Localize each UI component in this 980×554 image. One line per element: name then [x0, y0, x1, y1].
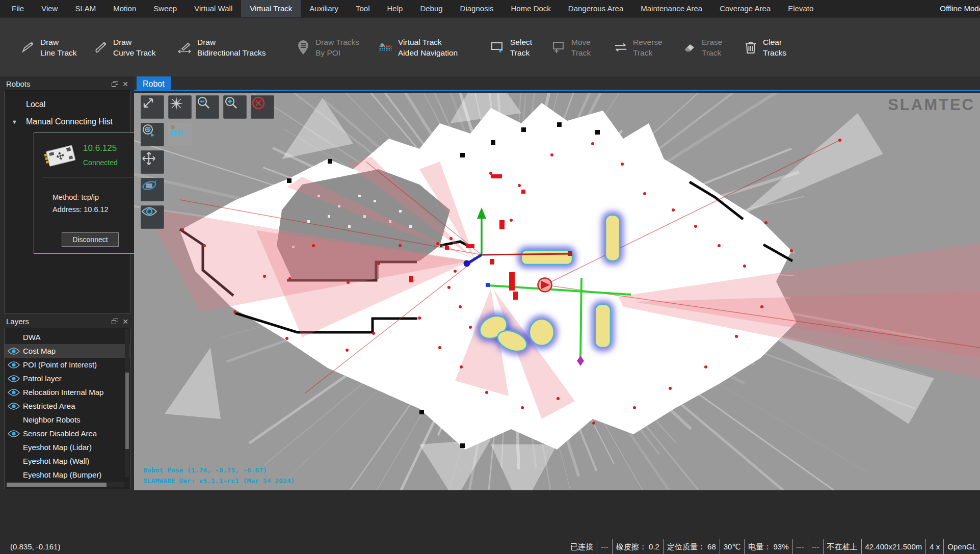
clear-tracks-button[interactable]: ClearTracks	[743, 18, 786, 77]
menu-item-virtual-wall[interactable]: Virtual Wall	[186, 0, 241, 17]
layer-row-eyeshot-map-wall-[interactable]: Eyeshot Map (Wall)	[5, 454, 130, 468]
cancel-button[interactable]	[251, 95, 274, 119]
select-rect-icon	[490, 39, 506, 56]
rotate-view-button[interactable]	[141, 178, 164, 201]
layer-label: Eyeshot Map (Lidar)	[23, 443, 92, 452]
status-segment: 电量： 93%	[744, 539, 792, 554]
status-segment: 橡皮擦： 0.2	[612, 539, 663, 554]
trash-icon	[743, 39, 758, 56]
robot-marker	[538, 278, 552, 292]
layer-row-poi-point-of-interest-[interactable]: POI (Point of Interest)	[5, 358, 130, 372]
layer-row-cost-map[interactable]: Cost Map	[5, 344, 130, 358]
visibility-button[interactable]	[141, 205, 164, 229]
robots-panel: Local ▼ Manual Connecting Hist 10.6.125 …	[4, 91, 130, 313]
erase-track-button: EraseTrack	[682, 18, 723, 77]
layers-list: DWACost MapPOI (Point of Interest)Patrol…	[5, 330, 130, 482]
layer-row-eyeshot-map-bumper-[interactable]: Eyeshot Map (Bumper)	[5, 468, 130, 482]
slam-map-drawing	[134, 93, 980, 490]
layer-label: Cost Map	[23, 347, 56, 355]
select-track-button[interactable]: SelectTrack	[490, 18, 532, 77]
menu-item-tool[interactable]: Tool	[347, 0, 379, 17]
status-bar: (0.835, -0.161) 已连接---橡皮擦： 0.2定位质量： 6830…	[0, 539, 980, 554]
status-segment: 不在桩上	[823, 539, 861, 554]
move-rect-icon	[551, 39, 567, 56]
menu-item-elevato[interactable]: Elevato	[779, 0, 822, 17]
disconnect-button[interactable]: Disconnect	[62, 232, 119, 247]
layer-label: Restricted Area	[23, 402, 75, 410]
layer-label: Neighbor Robots	[23, 415, 81, 424]
layer-row-sensor-disabled-area[interactable]: Sensor Disabled Area	[5, 427, 130, 440]
eye-visibility-icon[interactable]	[8, 361, 20, 369]
float-panel-icon[interactable]	[112, 77, 118, 91]
draw-curve-track-button[interactable]: DrawCurve Track	[93, 18, 156, 77]
menu-item-view[interactable]: View	[33, 0, 66, 17]
menu-item-coverage-area[interactable]: Coverage Area	[711, 0, 779, 17]
eye-visibility-icon[interactable]	[8, 347, 20, 355]
close-panel-icon[interactable]: ✕	[122, 77, 128, 91]
oa-navigation-icon: OA	[378, 39, 393, 56]
eye-visibility-icon[interactable]	[8, 388, 20, 397]
layer-label: Relocation Internal Map	[23, 388, 103, 397]
offline-mode-label: Offline Mode	[940, 0, 980, 17]
layer-label: POI (Point of Interest)	[23, 360, 97, 369]
layers-vertical-scrollbar[interactable]	[125, 329, 129, 477]
pan-button[interactable]	[141, 150, 164, 174]
map-canvas[interactable]: SLAMTEC Robot Pose (1.74, -0.75, -6.67) …	[134, 93, 980, 490]
robot-device-icon	[40, 140, 80, 171]
menu-item-auxiliary[interactable]: Auxiliary	[301, 0, 347, 17]
layer-row-restricted-area[interactable]: Restricted Area	[5, 399, 130, 413]
layer-row-neighbor-robots[interactable]: Neighbor Robots	[5, 413, 130, 427]
robot-ip: 10.6.125	[83, 143, 117, 153]
zoom-in-button[interactable]	[223, 95, 247, 119]
eye-visibility-icon[interactable]	[8, 402, 20, 410]
layer-row-eyeshot-map-lidar-[interactable]: Eyeshot Map (Lidar)	[5, 440, 130, 454]
menu-item-slam[interactable]: SLAM	[66, 0, 104, 17]
layers-horizontal-scrollbar[interactable]	[6, 482, 124, 487]
tab-robot[interactable]: Robot	[137, 76, 171, 91]
menu-item-motion[interactable]: Motion	[104, 0, 145, 17]
tree-item-manual-connecting[interactable]: ▼ Manual Connecting Hist	[5, 113, 130, 130]
tree-expand-arrow-icon[interactable]: ▼	[12, 113, 17, 130]
svg-text:OA: OA	[384, 43, 391, 49]
poi-pin-icon	[296, 39, 311, 56]
eye-visibility-icon[interactable]	[8, 430, 20, 438]
draw-line-track-button[interactable]: DrawLine Track	[20, 18, 77, 77]
layer-row-dwa[interactable]: DWA	[5, 330, 130, 344]
map-status-overlay: Robot Pose (1.74, -0.75, -6.67) SLAMWARE…	[143, 465, 295, 486]
status-segment: OpenGL	[943, 539, 980, 554]
track-endpoint	[486, 283, 490, 287]
pencil-curve-icon	[93, 39, 109, 56]
menu-item-help[interactable]: Help	[379, 0, 412, 17]
layer-row-patrol-layer[interactable]: Patrol layer	[5, 372, 130, 385]
menu-item-sweep[interactable]: Sweep	[145, 0, 186, 17]
menu-item-virtual-track[interactable]: Virtual Track	[241, 0, 301, 17]
status-segment: ---	[808, 539, 823, 554]
card-divider	[42, 177, 133, 177]
menu-item-file[interactable]: File	[3, 0, 33, 17]
compass-star-button[interactable]	[168, 95, 192, 119]
reverse-track-button: ReverseTrack	[613, 18, 663, 77]
tree-item-local[interactable]: Local	[5, 96, 130, 113]
pencil-bidirectional-icon	[177, 39, 193, 56]
locate-robot-button[interactable]	[141, 123, 164, 146]
slamware-version-text: SLAMWARE Ver: v5.1.1-rc1 (Mar 14 2024)	[143, 476, 295, 486]
virtual-track-aided-navigation-button[interactable]: OA Virtual TrackAided Navigation	[378, 18, 458, 77]
menu-item-dangerous-area[interactable]: Dangerous Area	[560, 0, 632, 17]
connection-method: Method: tcp/ip	[52, 193, 99, 201]
draw-bidirectional-tracks-button[interactable]: DrawBidirectional Tracks	[177, 18, 266, 77]
menu-item-diagnosis[interactable]: Diagnosis	[452, 0, 502, 17]
close-panel-icon[interactable]: ✕	[122, 315, 128, 328]
zoom-out-button[interactable]	[196, 95, 219, 119]
eye-visibility-icon[interactable]	[8, 375, 20, 383]
fit-view-button[interactable]	[141, 95, 164, 119]
float-panel-icon[interactable]	[112, 315, 118, 328]
layer-row-relocation-internal-map[interactable]: Relocation Internal Map	[5, 385, 130, 399]
status-segment: 定位质量： 68	[663, 539, 720, 554]
menu-item-home-dock[interactable]: Home Dock	[502, 0, 559, 17]
menu-item-maintenance-area[interactable]: Maintenance Area	[632, 0, 711, 17]
menu-item-debug[interactable]: Debug	[411, 0, 451, 17]
status-segment: 30℃	[720, 539, 745, 554]
robot-connection-card: 10.6.125 Connected Method: tcp/ip Addres…	[34, 133, 136, 254]
draw-tracks-by-poi-button: Draw TracksBy POI	[296, 18, 359, 77]
layer-label: DWA	[23, 333, 40, 341]
